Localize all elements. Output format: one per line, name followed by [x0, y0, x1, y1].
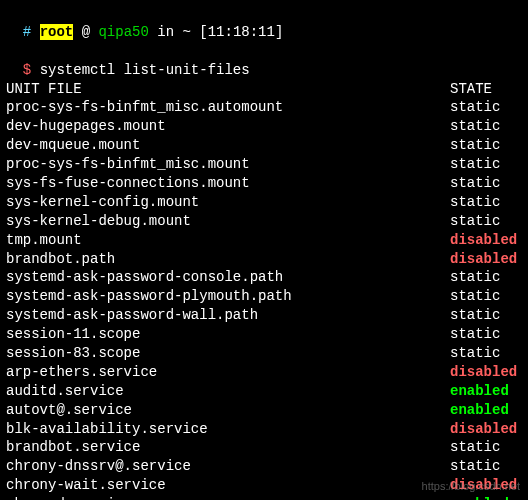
unit-file: systemd-ask-password-console.path	[6, 268, 283, 287]
command-text: systemctl list-unit-files	[40, 62, 250, 78]
prompt-at: @	[82, 24, 90, 40]
unit-file: sys-fs-fuse-connections.mount	[6, 174, 250, 193]
unit-file: brandbot.path	[6, 250, 115, 269]
unit-state: static	[450, 438, 522, 457]
unit-state: enabled	[450, 401, 522, 420]
unit-state: static	[450, 117, 522, 136]
unit-row: proc-sys-fs-binfmt_misc.automountstatic	[6, 98, 522, 117]
watermark-text: https://blog.csdn.net	[422, 479, 520, 494]
unit-file: chrony-wait.service	[6, 476, 166, 495]
unit-row: sys-fs-fuse-connections.mountstatic	[6, 174, 522, 193]
unit-file: brandbot.service	[6, 438, 140, 457]
unit-row: auditd.serviceenabled	[6, 382, 522, 401]
unit-file: dev-mqueue.mount	[6, 136, 140, 155]
unit-row: systemd-ask-password-wall.pathstatic	[6, 306, 522, 325]
unit-state: static	[450, 457, 522, 476]
unit-state: enabled	[450, 382, 522, 401]
unit-row: session-11.scopestatic	[6, 325, 522, 344]
unit-file: auditd.service	[6, 382, 124, 401]
prompt-hash: #	[23, 24, 31, 40]
shell-prompt-line-1: # root @ qipa50 in ~ [11:18:11]	[6, 4, 522, 42]
unit-row: chronyd.serviceenabled	[6, 495, 522, 500]
header-unit: UNIT FILE	[6, 80, 82, 99]
unit-row: tmp.mountdisabled	[6, 231, 522, 250]
unit-row: arp-ethers.servicedisabled	[6, 363, 522, 382]
unit-row: dev-hugepages.mountstatic	[6, 117, 522, 136]
unit-file: arp-ethers.service	[6, 363, 157, 382]
unit-row: session-83.scopestatic	[6, 344, 522, 363]
unit-row: blk-availability.servicedisabled	[6, 420, 522, 439]
unit-state: static	[450, 155, 522, 174]
unit-state: static	[450, 98, 522, 117]
unit-file: chronyd.service	[6, 495, 132, 500]
unit-state: static	[450, 212, 522, 231]
prompt-dollar: $	[23, 62, 31, 78]
unit-row: chrony-dnssrv@.servicestatic	[6, 457, 522, 476]
unit-state: static	[450, 287, 522, 306]
unit-state: static	[450, 268, 522, 287]
unit-row: dev-mqueue.mountstatic	[6, 136, 522, 155]
unit-file: proc-sys-fs-binfmt_misc.mount	[6, 155, 250, 174]
unit-state: static	[450, 193, 522, 212]
unit-state: static	[450, 136, 522, 155]
unit-state: static	[450, 306, 522, 325]
unit-state: static	[450, 344, 522, 363]
unit-file: session-83.scope	[6, 344, 140, 363]
unit-state: disabled	[450, 363, 522, 382]
unit-file: blk-availability.service	[6, 420, 208, 439]
unit-file: systemd-ask-password-wall.path	[6, 306, 258, 325]
unit-file: autovt@.service	[6, 401, 132, 420]
unit-file: session-11.scope	[6, 325, 140, 344]
unit-row: sys-kernel-debug.mountstatic	[6, 212, 522, 231]
unit-file: proc-sys-fs-binfmt_misc.automount	[6, 98, 283, 117]
unit-row: autovt@.serviceenabled	[6, 401, 522, 420]
prompt-time: [11:18:11]	[199, 24, 283, 40]
unit-row: sys-kernel-config.mountstatic	[6, 193, 522, 212]
header-state: STATE	[450, 80, 522, 99]
unit-row: brandbot.servicestatic	[6, 438, 522, 457]
unit-file: chrony-dnssrv@.service	[6, 457, 191, 476]
unit-state: enabled	[450, 495, 522, 500]
unit-state: static	[450, 174, 522, 193]
unit-state: static	[450, 325, 522, 344]
unit-state: disabled	[450, 231, 522, 250]
unit-row: systemd-ask-password-console.pathstatic	[6, 268, 522, 287]
output-rows: proc-sys-fs-binfmt_misc.automountstaticd…	[6, 98, 522, 500]
output-header: UNIT FILE STATE	[6, 80, 522, 99]
unit-row: proc-sys-fs-binfmt_misc.mountstatic	[6, 155, 522, 174]
prompt-path: ~	[183, 24, 191, 40]
unit-file: tmp.mount	[6, 231, 82, 250]
unit-file: sys-kernel-config.mount	[6, 193, 199, 212]
prompt-in: in	[157, 24, 174, 40]
unit-state: disabled	[450, 420, 522, 439]
unit-file: systemd-ask-password-plymouth.path	[6, 287, 292, 306]
prompt-user: root	[40, 24, 74, 40]
unit-row: systemd-ask-password-plymouth.pathstatic	[6, 287, 522, 306]
unit-row: brandbot.pathdisabled	[6, 250, 522, 269]
unit-file: sys-kernel-debug.mount	[6, 212, 191, 231]
unit-file: dev-hugepages.mount	[6, 117, 166, 136]
shell-prompt-line-2[interactable]: $ systemctl list-unit-files	[6, 42, 522, 80]
unit-state: disabled	[450, 250, 522, 269]
prompt-host: qipa50	[98, 24, 148, 40]
